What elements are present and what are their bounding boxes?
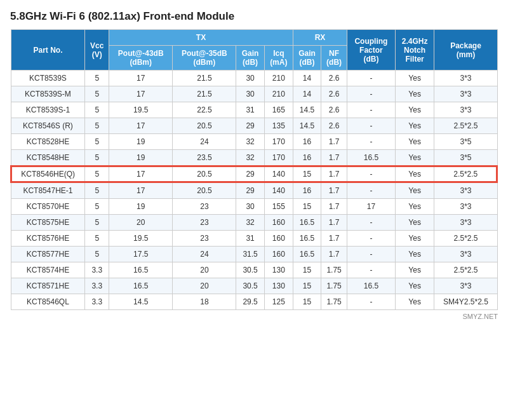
col-notch: 2.4GHzNotchFilter	[395, 30, 434, 71]
header-row-1: Part No. Vcc(V) TX RX CouplingFactor(dB)…	[11, 30, 497, 46]
watermark: SMYZ.NET	[10, 313, 498, 320]
page-title: 5.8GHz Wi-Fi 6 (802.11ax) Front-end Modu…	[10, 10, 498, 23]
table-row: KCT8577HE517.52431.516016.51.7-Yes3*3	[11, 247, 497, 262]
col-icq: Icq(mA)	[264, 46, 293, 71]
col-vcc: Vcc(V)	[85, 30, 109, 71]
col-gain-rx: Gain(dB)	[293, 46, 321, 71]
col-pout43: Pout@-43dB(dBm)	[109, 46, 173, 71]
col-part-no: Part No.	[11, 30, 85, 71]
table-row: KCT8539S-M51721.530210142.6-Yes3*3	[11, 86, 497, 102]
table-row: KCT8574HE3.316.52030.5130151.75-Yes2.5*2…	[11, 262, 497, 278]
table-row: KCT8575HE520233216016.51.7-Yes3*3	[11, 215, 497, 231]
table-row: KCT8546HE(Q)51720.529140151.7-Yes2.5*2.5	[11, 166, 497, 182]
table-row: KCT8528HE5192432170161.7-Yes3*5	[11, 134, 497, 150]
table-row: KCT8548HE51923.532170161.716.5Yes3*5	[11, 150, 497, 166]
col-coupling: CouplingFactor(dB)	[347, 30, 396, 71]
table-row: KCT8576HE519.5233116016.51.7-Yes2.5*2.5	[11, 231, 497, 247]
specs-table: Part No. Vcc(V) TX RX CouplingFactor(dB)…	[10, 29, 498, 310]
table-row: KCT8571HE3.316.52030.5130151.7516.5Yes3*…	[11, 278, 497, 294]
table-row: KCT8570HE5192330155151.717Yes3*3	[11, 199, 497, 215]
col-package: Package(mm)	[434, 30, 497, 71]
table-row: KCT8539S-1519.522.53116514.52.6-Yes3*3	[11, 102, 497, 118]
table-row: KCT8539S51721.530210142.6-Yes3*3	[11, 71, 497, 86]
col-rx-group: RX	[293, 30, 347, 46]
table-row: KCT8546S (R)51720.52913514.52.6-Yes2.5*2…	[11, 118, 497, 134]
col-tx-group: TX	[109, 30, 293, 46]
col-nf: NF(dB)	[321, 46, 347, 71]
table-row: KCT8547HE-151720.529140161.7-Yes3*3	[11, 182, 497, 199]
table-row: KCT8546QL3.314.51829.5125151.75-YesSM4Y2…	[11, 294, 497, 310]
col-pout35: Pout@-35dB(dBm)	[173, 46, 236, 71]
col-gain-tx: Gain(dB)	[236, 46, 264, 71]
